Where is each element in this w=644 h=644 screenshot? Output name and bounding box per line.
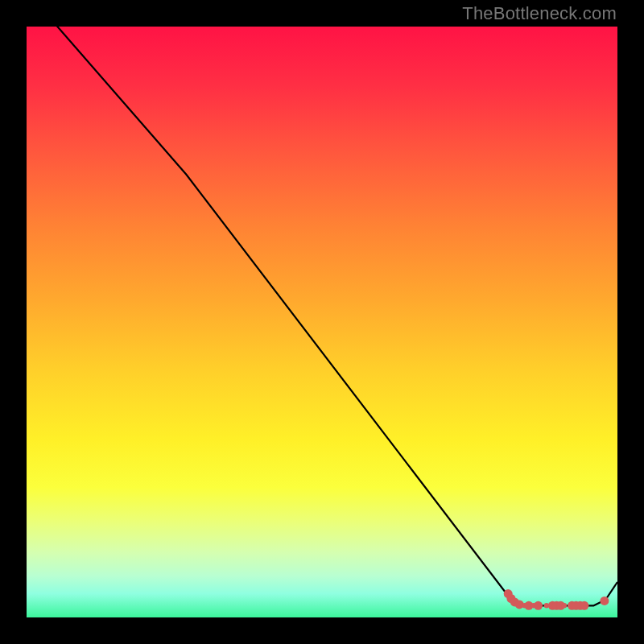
highlight-dot xyxy=(580,601,588,610)
watermark-text: TheBottleneck.com xyxy=(462,3,617,24)
chart-overlay xyxy=(27,27,617,617)
highlight-markers xyxy=(504,589,609,610)
highlight-dot xyxy=(534,601,543,610)
highlight-dot xyxy=(562,603,567,608)
bottleneck-curve xyxy=(27,0,617,605)
highlight-dot xyxy=(600,597,609,605)
chart-frame: TheBottleneck.com xyxy=(0,0,644,644)
